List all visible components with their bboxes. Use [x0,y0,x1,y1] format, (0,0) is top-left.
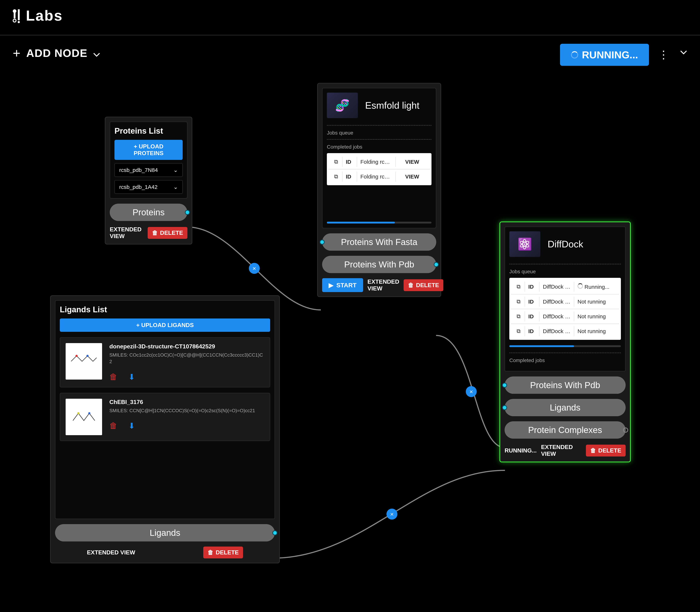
protein-item-1[interactable]: rcsb_pdb_1A42 ⌄ [114,180,183,194]
ligands-input-port[interactable]: Ligands [505,399,626,416]
delete-label: DELETE [416,282,439,289]
svg-point-11 [75,355,78,357]
job-name: Folding rcsb... [357,172,396,182]
delete-button[interactable]: 🗑 DELETE [404,279,443,291]
extended-view-button[interactable]: EXTENDED VIEW [110,226,143,239]
job-status: Not running [574,326,618,336]
esmfold-node[interactable]: 🧬 Esmfold light Jobs queue Completed job… [317,83,441,297]
upload-proteins-button[interactable]: + UPLOAD PROTEINS [114,140,183,160]
ligands-title: Ligands List [60,305,270,314]
add-node-button[interactable]: + ADD NODE [13,45,100,60]
svg-point-9 [387,509,397,519]
svg-text:×: × [252,265,256,272]
port-dot-icon[interactable] [502,382,507,388]
copy-icon[interactable]: ⧉ [330,171,342,182]
protein-item-0[interactable]: rcsb_pdb_7N84 ⌄ [114,163,183,177]
copy-icon[interactable]: ⧉ [512,282,525,292]
start-button[interactable]: ▶ START [322,278,363,292]
extended-view-button[interactable]: EXTENDED VIEW [367,278,399,292]
diffdock-title: DiffDock [548,239,583,250]
diffdock-thumbnail: ⚛️ [509,231,540,257]
job-row: ⧉ ID DiffDock rc... Not running [511,324,619,338]
port-dot-icon[interactable] [320,239,325,245]
top-running-button[interactable]: RUNNING... [560,44,649,66]
job-row: ⧉ ID DiffDock rc... Not running [511,309,619,324]
more-vert-icon[interactable]: ⋮ [658,48,669,61]
pdb-input-port[interactable]: Proteins With Pdb [505,376,626,394]
delete-label: DELETE [216,549,239,556]
port-dot-icon[interactable] [272,530,278,536]
job-id-col: ID [525,311,540,321]
port-dot-icon[interactable] [185,210,190,215]
completed-jobs-list: ⧉ ID Folding rcsb... VIEW ⧉ ID Folding r… [327,153,432,185]
divider [327,139,432,140]
ligand-card: ChEBI_3176 SMILES: CCN[C@H]1CN(CCCOC)S(=… [60,393,270,441]
svg-rect-3 [18,9,20,20]
port-dot-icon[interactable] [502,405,507,410]
download-icon[interactable]: ⬇ [128,372,135,381]
upload-ligands-button[interactable]: + UPLOAD LIGANDS [60,319,270,332]
extended-view-button[interactable]: EXTENDED VIEW [87,549,135,556]
svg-point-7 [466,386,477,397]
copy-icon[interactable]: ⧉ [512,297,525,307]
port-label: Proteins With Pdb [344,260,414,269]
view-button[interactable]: VIEW [396,157,429,167]
add-node-label: ADD NODE [26,47,87,59]
svg-text:×: × [390,511,394,517]
top-caret-icon[interactable] [680,50,687,55]
job-name: DiffDock rc... [540,297,574,307]
trash-icon[interactable]: 🗑 [109,372,117,381]
svg-point-12 [86,355,88,357]
copy-icon[interactable]: ⧉ [330,157,342,167]
port-dot-icon[interactable] [623,428,628,433]
delete-button[interactable]: 🗑 DELETE [148,227,187,239]
chevron-down-icon: ⌄ [173,184,178,190]
copy-icon[interactable]: ⧉ [512,311,525,321]
brand-logo: Labs [11,7,63,24]
svg-rect-1 [14,11,15,18]
job-status: Running... [574,281,618,292]
brand-text: Labs [26,7,63,24]
job-row: ⧉ ID Folding rcsb... VIEW [328,155,430,169]
extended-view-button[interactable]: EXTENDED VIEW [541,444,582,457]
delete-button[interactable]: 🗑 DELETE [586,445,626,457]
divider [509,264,621,264]
complexes-output-port[interactable]: Protein Complexes [505,421,626,439]
diffdock-node[interactable]: ⚛️ DiffDock Jobs queue ⧉ ID DiffDock rc.… [500,222,631,462]
pdb-output-port[interactable]: Proteins With Pdb [322,256,436,273]
fasta-input-port[interactable]: Proteins With Fasta [322,233,436,251]
plus-icon: + [13,45,21,60]
completed-jobs-label: Completed jobs [327,144,432,150]
proteins-output-port[interactable]: Proteins [110,204,187,221]
job-id-col: ID [342,172,357,182]
job-id-col: ID [525,282,540,292]
ligands-list-node[interactable]: Ligands List + UPLOAD LIGANDS donepezil-… [50,295,280,563]
port-label: Ligands [150,528,180,538]
divider [327,125,432,126]
job-status: Not running [574,297,618,307]
delete-label: DELETE [598,447,621,454]
esmfold-title: Esmfold light [365,100,419,111]
svg-point-13 [77,412,80,414]
port-dot-icon[interactable] [434,262,439,267]
play-icon: ▶ [329,281,333,289]
protein-item-label: rcsb_pdb_7N84 [119,167,158,173]
divider [509,352,621,353]
topbar-divider [0,34,700,36]
view-button[interactable]: VIEW [396,172,429,182]
delete-button[interactable]: 🗑 DELETE [203,546,243,558]
download-icon[interactable]: ⬇ [128,421,135,430]
svg-point-4 [18,21,20,23]
jobs-queue-label: Jobs queue [327,130,432,136]
copy-icon[interactable]: ⧉ [512,326,525,336]
trash-icon[interactable]: 🗑 [109,421,117,430]
proteins-list-node[interactable]: Proteins List + UPLOAD PROTEINS rcsb_pdb… [105,117,192,245]
ligand-smiles: SMILES: CCN[C@H]1CN(CCCOC)S(=O)(=O)c2sc(… [109,407,264,414]
trash-icon: 🗑 [208,549,213,556]
job-name: DiffDock rc... [540,311,574,321]
ligand-card: donepezil-3D-structure-CT1078642529 SMIL… [60,337,270,387]
diffdock-progress [509,345,621,347]
spinner-icon [577,283,583,289]
ligands-output-port[interactable]: Ligands [55,524,275,541]
job-name: Folding rcsb... [357,157,396,167]
